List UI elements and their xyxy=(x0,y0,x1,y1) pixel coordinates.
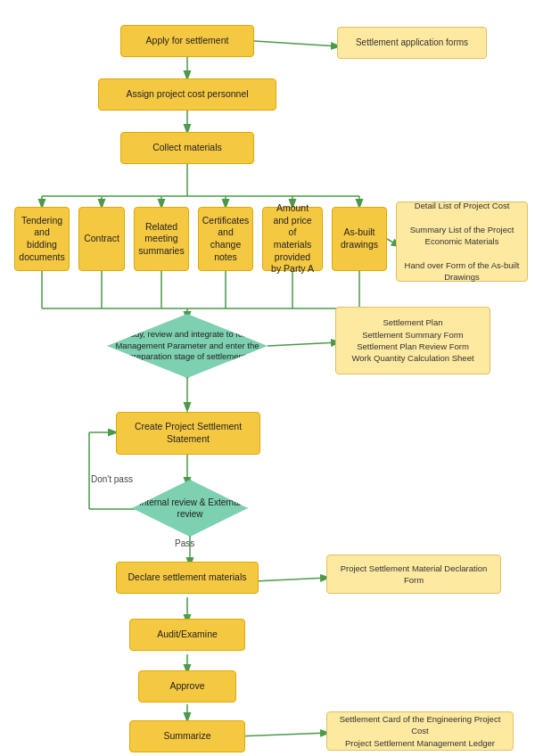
settlement-card-box: Settlement Card of the Engineering Proje… xyxy=(326,711,514,751)
detail-list-box: Detail List of Project Cost Summary List… xyxy=(396,201,528,282)
apply-for-settlement-box: Apply for settlement xyxy=(120,25,254,57)
assign-project-cost-box: Assign project cost personnel xyxy=(98,78,276,111)
declaration-form-box: Project Settlement Material Declaration … xyxy=(326,555,501,594)
internal-diamond: Internal review & External review xyxy=(132,480,248,537)
diagram: Apply for settlement Assign project cost… xyxy=(0,0,535,756)
svg-line-32 xyxy=(236,733,328,736)
study-diamond: Study, review and integrate to form Mana… xyxy=(107,314,268,378)
settlement-plan-box: Settlement Plan Settlement Summary Form … xyxy=(335,307,490,374)
related-box: Related meeting summaries xyxy=(134,207,189,271)
summarize-box: Summarize xyxy=(129,720,245,752)
pass-label: Pass xyxy=(175,538,194,548)
svg-line-0 xyxy=(254,41,339,46)
dont-pass-label: Don't pass xyxy=(91,474,133,484)
collect-materials-box: Collect materials xyxy=(120,132,254,164)
svg-line-21 xyxy=(268,342,339,346)
approve-box: Approve xyxy=(138,670,236,703)
svg-line-28 xyxy=(254,578,328,581)
tendering-box: Tendering and bidding documents xyxy=(14,207,70,271)
certs-box: Certificates and change notes xyxy=(198,207,253,271)
amount-box: Amount and price of materials provided b… xyxy=(262,207,323,271)
contract-box: Contract xyxy=(78,207,125,271)
asbuilt-box: As-built drawings xyxy=(332,207,387,271)
audit-box: Audit/Examine xyxy=(129,619,245,651)
create-box: Create Project Settlement Statement xyxy=(116,412,260,455)
declare-box: Declare settlement materials xyxy=(116,562,259,594)
settlement-forms-box: Settlement application forms xyxy=(337,27,487,59)
